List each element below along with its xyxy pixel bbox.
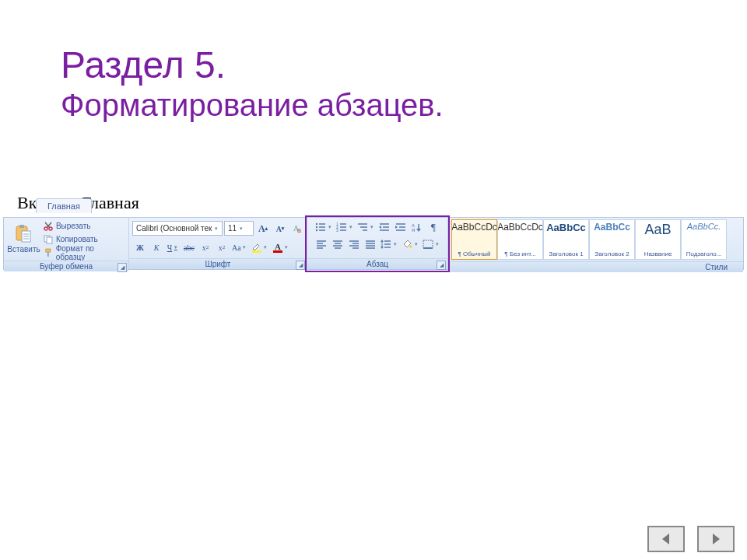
svg-marker-45 <box>416 229 421 232</box>
svg-text:A: A <box>275 242 281 251</box>
align-right-button[interactable] <box>346 236 362 252</box>
italic-button[interactable]: К <box>149 240 164 255</box>
style-card[interactable]: AaBbCcDc¶ Без инт... <box>497 219 543 260</box>
slide-title: Раздел 5. <box>61 44 747 86</box>
increase-indent-button[interactable] <box>393 219 409 235</box>
style-card[interactable]: AaBbCc.Подзаголо... <box>681 219 727 260</box>
svg-rect-1 <box>19 225 24 228</box>
font-color-icon: A <box>272 242 283 253</box>
group-paragraph: ▾ 123▾ ▾ AЯ ¶ ▾ ▾ <box>307 218 448 269</box>
font-launcher[interactable]: ◢ <box>296 261 305 270</box>
style-card[interactable]: AaBbCcЗаголовок 2 <box>589 219 635 260</box>
next-slide-button[interactable] <box>697 526 735 552</box>
prev-slide-button[interactable] <box>647 526 685 552</box>
indent-icon <box>395 222 406 232</box>
shrink-font-button[interactable]: A▾ <box>272 221 288 236</box>
svg-marker-72 <box>713 534 720 544</box>
outdent-icon <box>379 222 390 232</box>
svg-text:3: 3 <box>336 228 338 232</box>
strikethrough-button[interactable]: abc <box>181 240 197 255</box>
highlight-color-button[interactable]: ▾ <box>250 240 270 255</box>
svg-rect-13 <box>47 252 49 257</box>
style-sample: AaBbCcDc <box>497 222 543 233</box>
sort-button[interactable]: AЯ <box>409 219 425 235</box>
svg-point-23 <box>316 229 317 231</box>
justify-button[interactable] <box>363 236 378 252</box>
multilevel-list-button[interactable]: ▾ <box>356 219 376 235</box>
paragraph-label: Абзац◢ <box>307 258 447 269</box>
group-styles: AaBbCcDc¶ ОбычныйAaBbCcDc¶ Без инт...AaB… <box>448 218 743 269</box>
align-left-button[interactable] <box>314 236 329 252</box>
svg-marker-66 <box>381 240 384 242</box>
highlighter-icon <box>251 242 262 253</box>
svg-rect-16 <box>252 250 261 253</box>
svg-rect-18 <box>273 250 282 253</box>
line-spacing-icon <box>381 240 391 249</box>
svg-marker-41 <box>395 226 398 229</box>
svg-point-19 <box>316 223 317 225</box>
subscript-button[interactable]: x2 <box>198 240 213 255</box>
justify-icon <box>365 240 376 249</box>
svg-rect-69 <box>423 240 433 248</box>
line-spacing-button[interactable]: ▾ <box>379 236 399 252</box>
svg-point-68 <box>410 246 412 248</box>
borders-button[interactable]: ▾ <box>421 236 441 252</box>
style-name: ¶ Без инт... <box>499 250 542 257</box>
bold-button[interactable]: Ж <box>132 240 148 255</box>
underline-button[interactable]: Ч▾ <box>165 240 181 255</box>
style-name: Заголовок 1 <box>545 250 587 257</box>
svg-marker-37 <box>379 226 381 229</box>
font-size-select[interactable]: 11▾ <box>224 221 254 236</box>
align-center-button[interactable] <box>330 236 345 252</box>
paragraph-launcher[interactable]: ◢ <box>437 261 446 270</box>
format-painter-button[interactable]: Формат по образцу <box>42 246 125 259</box>
svg-point-21 <box>316 226 317 228</box>
clipboard-launcher[interactable]: ◢ <box>117 263 127 272</box>
ribbon: Главная Вставить Вырезать <box>3 217 744 270</box>
paste-label: Вставить <box>7 245 40 254</box>
decrease-indent-button[interactable] <box>377 219 392 235</box>
superscript-button[interactable]: x2 <box>214 240 230 255</box>
group-clipboard: Вставить Вырезать Копировать <box>4 218 129 269</box>
show-marks-button[interactable]: ¶ <box>426 219 441 235</box>
change-case-button[interactable]: Aa▾ <box>230 240 249 255</box>
svg-text:Я: Я <box>412 228 415 232</box>
font-name-select[interactable]: Calibri (Основной тек▾ <box>132 221 223 236</box>
style-name: ¶ Обычный <box>453 250 496 257</box>
svg-text:a: a <box>297 226 301 234</box>
style-card[interactable]: AaBbCcDc¶ Обычный <box>451 219 497 260</box>
font-color-button[interactable]: A▾ <box>271 240 291 255</box>
styles-label: Стили <box>448 261 743 272</box>
grow-font-button[interactable]: A▴ <box>255 221 271 236</box>
arrow-right-icon <box>709 532 723 546</box>
arrow-left-icon <box>659 532 673 546</box>
style-name: Заголовок 2 <box>591 250 633 257</box>
paste-icon <box>14 225 33 245</box>
font-label: Шрифт◢ <box>129 258 307 269</box>
paste-button[interactable]: Вставить <box>7 222 40 257</box>
align-center-icon <box>332 240 343 249</box>
style-sample: AaBbCcDc <box>451 222 497 233</box>
cut-icon <box>44 222 53 231</box>
style-sample: AaBbCc. <box>687 222 721 231</box>
numbering-icon: 123 <box>336 222 347 232</box>
style-card[interactable]: AaBbCcЗаголовок 1 <box>543 219 589 260</box>
clear-formatting-button[interactable]: Aa <box>289 221 305 236</box>
copy-icon <box>44 235 53 244</box>
group-font: Calibri (Основной тек▾ 11▾ A▴ A▾ Aa Ж К … <box>129 218 307 269</box>
style-card[interactable]: AaBНазвание <box>635 219 681 260</box>
cut-button[interactable]: Вырезать <box>42 219 125 233</box>
svg-rect-11 <box>47 237 52 243</box>
shading-button[interactable]: ▾ <box>400 236 420 252</box>
bullets-icon <box>315 222 326 232</box>
svg-marker-71 <box>662 534 669 544</box>
align-left-icon <box>316 240 327 249</box>
multilevel-icon <box>357 222 368 232</box>
svg-marker-67 <box>381 247 384 249</box>
sort-icon: AЯ <box>412 222 423 232</box>
bucket-icon <box>402 240 412 249</box>
style-sample: AaB <box>644 222 671 238</box>
numbering-button[interactable]: 123▾ <box>335 219 355 235</box>
bullets-button[interactable]: ▾ <box>314 219 334 235</box>
ribbon-tab-home[interactable]: Главная <box>36 198 92 213</box>
